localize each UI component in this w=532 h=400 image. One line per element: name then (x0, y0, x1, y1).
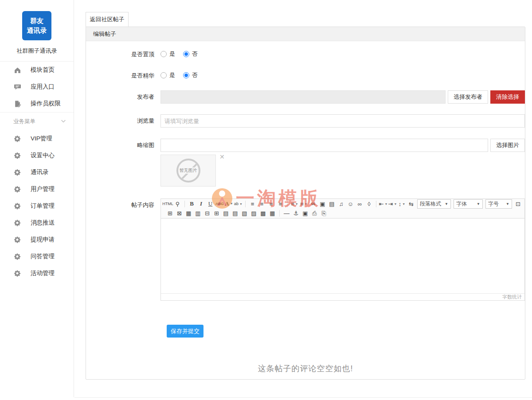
publisher-row: 发布者 选择发布者 清除选择 (86, 90, 525, 104)
insert-row-above-icon[interactable]: ▤ (221, 209, 231, 218)
delete-col-icon[interactable]: ▦ (268, 209, 277, 218)
save-submit-button[interactable]: 保存并提交 (167, 325, 203, 338)
sidebar-item-label: 操作员权限 (31, 100, 61, 108)
font-color-icon[interactable]: A▼ (224, 199, 234, 208)
table-props-icon[interactable]: ▦ (184, 209, 193, 218)
rich-text-editor: HTML⚲BIUABCA▼ab▼≡≡≡≡≡▼≡▼66▣▤♫☺∞◊⇤▼⇥▼↕▼⇆ … (160, 198, 525, 301)
music-icon[interactable]: ♫ (336, 199, 346, 208)
margin-top-icon[interactable]: ⇤▼ (379, 199, 388, 208)
delete-row-icon[interactable]: ▩ (258, 209, 268, 218)
blockquote-icon[interactable]: 66 (309, 199, 318, 208)
anchor-icon[interactable]: ⚓ (291, 209, 301, 218)
fullscreen-icon[interactable]: ⊡ (513, 199, 523, 208)
split-cells-icon[interactable]: ⊞ (212, 209, 221, 218)
insert-table-icon[interactable]: ⊞ (165, 209, 175, 218)
sidebar-menu-item-4[interactable]: 订单管理 (0, 198, 74, 214)
sidebar-menu-item-2[interactable]: 通讯录 (0, 164, 74, 181)
insert-row-below-icon[interactable]: ▤ (231, 209, 240, 218)
sidebar-menu-item-5[interactable]: 消息推送 (0, 214, 74, 231)
empty-comments-message: 这条帖子的评论空空如也! (86, 363, 525, 374)
merge-cells-icon[interactable]: ⊟ (203, 209, 212, 218)
margin-bottom-icon[interactable]: ⇥▼ (388, 199, 397, 208)
sidebar-menu-item-7[interactable]: 问答管理 (0, 248, 74, 265)
thumbnail-preview-row: 暂无图片 ✕ (86, 155, 525, 187)
horizontal-rule-icon[interactable]: — (282, 209, 291, 218)
sidebar-menu-item-6[interactable]: 提现申请 (0, 231, 74, 248)
caret-down-icon: ▼ (394, 202, 397, 206)
sidebar-menu-item-1[interactable]: 设置中心 (0, 147, 74, 164)
image-icon[interactable]: ▣ (318, 199, 327, 208)
sidebar-menu-item-8[interactable]: 活动管理 (0, 265, 74, 282)
editor-content-area[interactable] (161, 218, 524, 293)
cell-props-icon[interactable]: ▥ (193, 209, 203, 218)
delete-table-icon[interactable]: ⊠ (175, 209, 184, 218)
highlight-color-icon[interactable]: ab▼ (234, 199, 243, 208)
emoticon-icon[interactable]: ☺ (346, 199, 355, 208)
link-icon[interactable]: ∞ (355, 199, 364, 208)
ordered-list-icon[interactable]: ≡▼ (290, 199, 299, 208)
font-size-select[interactable]: 字号▼ (485, 199, 512, 209)
pin-radio-group: 是 否 (160, 50, 525, 59)
sidebar-item-0[interactable]: 模块首页 (0, 62, 74, 78)
toolbar-separator (376, 201, 376, 207)
gear-icon (13, 219, 21, 227)
bold-icon[interactable]: B (187, 199, 196, 208)
radio-unchecked-icon (160, 72, 167, 78)
caret-down-icon: ▼ (477, 202, 480, 206)
no-image-icon: 暂无图片 (176, 159, 200, 183)
toolbar-separator (287, 201, 288, 207)
edit-post-form: 是否置顶 是 否 是否精华 是 否 (86, 41, 525, 338)
views-input[interactable] (160, 114, 525, 128)
align-left-icon[interactable]: ≡ (248, 199, 257, 208)
eraser-icon[interactable]: ◊ (364, 199, 374, 208)
align-justify-icon[interactable]: ≡ (276, 199, 285, 208)
radio-option-label: 否 (192, 50, 198, 58)
map-icon[interactable]: ▣ (301, 209, 310, 218)
insert-col-right-icon[interactable]: ▨ (249, 209, 258, 218)
radio-checked-icon (183, 51, 189, 57)
sidebar-section-label: 业务菜单 (13, 118, 35, 125)
pin-option[interactable]: 是 (160, 50, 175, 58)
feature-option[interactable]: 否 (183, 71, 198, 79)
pin-row: 是否置顶 是 否 (86, 50, 525, 59)
select-image-button[interactable]: 选择图片 (490, 139, 525, 152)
underline-icon[interactable]: U (206, 199, 215, 208)
remove-thumbnail-icon[interactable]: ✕ (219, 154, 225, 160)
page-break-icon[interactable]: ▤ (327, 199, 336, 208)
sidebar-menu-item-0[interactable]: VIP管理 (0, 130, 74, 147)
sidebar-menu-item-3[interactable]: 用户管理 (0, 181, 74, 198)
html-source-icon[interactable]: HTML (163, 199, 173, 208)
sidebar-item-1[interactable]: 应用入口 (0, 78, 74, 95)
sidebar-item-label: 模块首页 (31, 66, 55, 74)
caret-down-icon: ▼ (295, 202, 298, 206)
align-center-icon[interactable]: ≡ (257, 199, 266, 208)
pin-option[interactable]: 否 (183, 50, 198, 58)
feature-option[interactable]: 是 (160, 71, 175, 79)
print-icon[interactable]: ⎙ (310, 209, 319, 218)
italic-icon[interactable]: I (196, 199, 206, 208)
tab-back-to-community-posts[interactable]: 返回社区帖子 (86, 12, 129, 27)
align-right-icon[interactable]: ≡ (266, 199, 276, 208)
toolbar-separator (279, 210, 280, 217)
thumbnail-input[interactable] (160, 139, 488, 152)
clear-selection-button[interactable]: 清除选择 (490, 90, 525, 104)
sidebar-section-business-menu[interactable]: 业务菜单 (0, 113, 74, 130)
caret-down-icon: ▼ (230, 202, 233, 206)
sidebar-item-label: 订单管理 (31, 202, 55, 210)
caret-down-icon: ▼ (506, 202, 509, 206)
text-wrap-icon[interactable]: ⇆ (407, 199, 416, 208)
paragraph-format-select[interactable]: 段落格式▼ (417, 199, 451, 209)
insert-col-left-icon[interactable]: ▧ (240, 209, 249, 218)
preview-icon[interactable]: ⚲ (173, 199, 182, 208)
unordered-list-icon[interactable]: ≡▼ (299, 199, 309, 208)
strikethrough-icon[interactable]: ABC (215, 199, 224, 208)
thumbnail-label: 略缩图 (86, 139, 160, 152)
line-height-icon[interactable]: ↕▼ (397, 199, 407, 208)
sidebar-business-menu: VIP管理 设置中心 通讯录 用户管理 订单管理 消息推送 提现申请 问答管理 (0, 130, 74, 282)
select-publisher-button[interactable]: 选择发布者 (448, 90, 488, 104)
sidebar-item-2[interactable]: 操作员权限 (0, 95, 74, 112)
content-row: 帖子内容 HTML⚲BIUABCA▼ab▼≡≡≡≡≡▼≡▼66▣▤♫☺∞◊⇤▼⇥… (86, 198, 525, 301)
sidebar-item-label: VIP管理 (31, 135, 52, 143)
font-family-select[interactable]: 字体▼ (454, 199, 483, 209)
paste-icon[interactable]: ⎘ (319, 209, 329, 218)
